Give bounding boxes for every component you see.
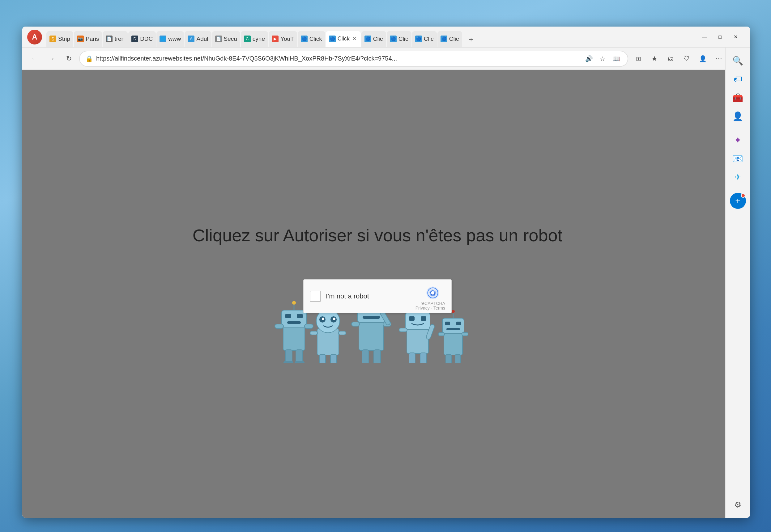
recaptcha-checkbox[interactable]: [310, 291, 321, 302]
svg-point-22: [333, 318, 335, 320]
svg-rect-66: [446, 354, 451, 363]
browser-essentials-icon[interactable]: 🛡: [680, 52, 694, 66]
svg-rect-3: [282, 310, 306, 327]
svg-rect-26: [330, 354, 337, 363]
refresh-button[interactable]: ↻: [62, 52, 76, 66]
svg-rect-25: [319, 354, 325, 363]
svg-rect-49: [409, 316, 415, 321]
page-content: Cliquez sur Autoriser si vous n'êtes pas…: [22, 70, 733, 518]
immersive-reader-icon[interactable]: 📖: [610, 53, 622, 65]
svg-point-60: [452, 310, 455, 313]
tab-clic4[interactable]: 🔵 Clic: [412, 31, 437, 47]
tab-clic2[interactable]: 🔵 Clic: [361, 31, 386, 47]
recaptcha-logo-icon: [426, 286, 440, 300]
profile-initial: A: [32, 33, 37, 41]
profile-icon[interactable]: A: [27, 30, 42, 44]
svg-rect-61: [445, 322, 450, 325]
tab-ddc[interactable]: D DDC: [128, 31, 156, 47]
sidebar-separator-1: [732, 128, 744, 128]
svg-point-21: [322, 318, 324, 320]
lock-icon: 🔒: [85, 55, 93, 62]
page-heading: Cliquez sur Autoriser si vous n'êtes pas…: [193, 225, 563, 245]
tab-strip-title: Strip: [58, 36, 70, 42]
sidebar-profiles-tool[interactable]: 👤: [730, 108, 746, 124]
sidebar-copilot-tool[interactable]: ✦: [730, 132, 746, 148]
sidebar-settings-button[interactable]: ⚙: [730, 497, 746, 513]
svg-rect-9: [275, 324, 283, 328]
forward-button[interactable]: →: [44, 52, 59, 66]
read-aloud-icon[interactable]: 🔊: [583, 53, 595, 65]
tab-manager-icon[interactable]: ⊞: [631, 52, 646, 66]
svg-rect-13: [283, 361, 293, 363]
minimize-button[interactable]: —: [697, 32, 712, 42]
tab-active[interactable]: 🔵 Click ✕: [326, 31, 361, 47]
svg-rect-53: [409, 353, 415, 363]
favorites-icon[interactable]: ☆: [597, 53, 608, 65]
tab-close-button[interactable]: ✕: [351, 36, 358, 42]
svg-rect-50: [421, 316, 426, 321]
svg-rect-46: [405, 313, 430, 330]
tab-cyne[interactable]: C cyne: [241, 31, 268, 47]
tab-clic5-title: Clic: [449, 36, 459, 42]
settings-more-button[interactable]: ⋯: [712, 52, 726, 66]
browser-window: A S Strip 📷 Paris 📄 tren D DDC 🌐: [22, 27, 750, 518]
address-input[interactable]: [96, 55, 580, 62]
svg-point-1: [431, 291, 435, 295]
tab-secu[interactable]: 📄 Secu: [212, 31, 240, 47]
tab-clic3[interactable]: 🔵 Clic: [387, 31, 412, 47]
robot-scene: I'm not a robot reCAPTCHA: [269, 264, 486, 363]
content-area: Cliquez sur Autoriser si vous n'êtes pas…: [22, 70, 750, 518]
recaptcha-footer: Privacy - Terms: [416, 306, 445, 310]
svg-rect-51: [399, 328, 407, 332]
svg-rect-7: [297, 314, 303, 318]
tab-secu-title: Secu: [224, 36, 237, 42]
sidebar-outlook-tool[interactable]: 📧: [730, 150, 746, 167]
svg-rect-8: [287, 321, 301, 324]
tab-cyne-title: cyne: [252, 36, 265, 42]
maximize-button[interactable]: □: [713, 32, 727, 42]
sidebar-add-button[interactable]: +: [730, 193, 746, 209]
back-button[interactable]: ←: [27, 52, 41, 66]
tab-click1[interactable]: 🔵 Click: [298, 31, 325, 47]
favorites-button[interactable]: ★: [647, 52, 662, 66]
tab-youtube[interactable]: ▶ YouT: [269, 31, 297, 47]
svg-rect-67: [455, 354, 461, 363]
svg-point-5: [292, 301, 296, 305]
tab-strip[interactable]: S Strip: [46, 31, 73, 47]
tab-adul[interactable]: A Adul: [184, 31, 211, 47]
svg-rect-11: [285, 350, 292, 363]
sidebar-separator-2: [732, 189, 744, 189]
sidebar-add-icon: +: [735, 196, 740, 206]
svg-rect-12: [296, 350, 303, 363]
address-bar[interactable]: 🔒 🔊 ☆ 📖: [79, 51, 628, 67]
privacy-link[interactable]: Privacy: [416, 306, 430, 310]
sidebar-workspaces-tool[interactable]: 🧰: [730, 90, 746, 106]
sidebar-search-tool[interactable]: 🔍: [730, 53, 746, 69]
close-button[interactable]: ✕: [728, 32, 743, 42]
tab-tren[interactable]: 📄 tren: [103, 31, 128, 47]
tab-bar: S Strip 📷 Paris 📄 tren D DDC 🌐 www A: [46, 27, 696, 47]
title-bar: A S Strip 📷 Paris 📄 tren D DDC 🌐: [22, 27, 750, 48]
tab-ddc-title: DDC: [140, 36, 153, 42]
recaptcha-widget: I'm not a robot reCAPTCHA: [303, 279, 452, 313]
sidebar-telegram-tool[interactable]: ✈: [730, 169, 746, 185]
svg-rect-62: [456, 322, 461, 325]
tab-adul-title: Adul: [196, 36, 208, 42]
nav-actions: ⊞ ★ 🗂 🛡 👤 ⋯: [631, 52, 726, 66]
tab-www[interactable]: 🌐 www: [156, 31, 184, 47]
collections-button[interactable]: 🗂: [663, 52, 678, 66]
new-tab-button[interactable]: +: [464, 32, 478, 47]
svg-rect-64: [439, 332, 445, 336]
sidebar-collections-tool[interactable]: 🏷: [730, 71, 746, 87]
svg-rect-40: [362, 350, 369, 363]
terms-link[interactable]: Terms: [434, 306, 445, 310]
tab-youtube-title: YouT: [280, 36, 294, 42]
profile-button[interactable]: 👤: [696, 52, 710, 66]
sidebar-tools: 🔍 🏷 🧰 👤 ✦ 📧 ✈ + ⚙: [725, 48, 750, 518]
tab-paris[interactable]: 📷 Paris: [74, 31, 102, 47]
svg-rect-65: [462, 332, 468, 336]
tab-click1-title: Click: [309, 36, 322, 42]
tab-clic5[interactable]: 🔵 Clic: [438, 31, 462, 47]
svg-rect-29: [359, 319, 383, 350]
tab-clic4-title: Clic: [424, 36, 434, 42]
